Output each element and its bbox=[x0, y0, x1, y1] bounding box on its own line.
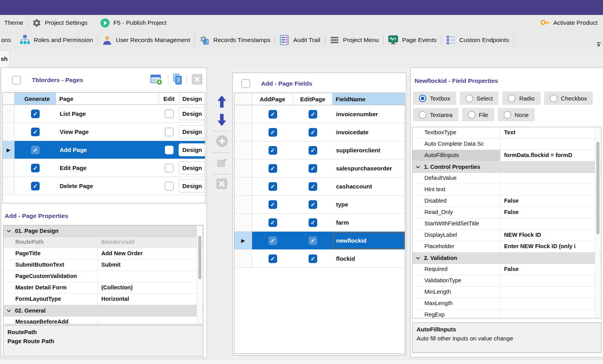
property-value[interactable] bbox=[501, 309, 601, 318]
property-row[interactable]: Hint text bbox=[413, 184, 601, 196]
property-category-row[interactable]: 02. General bbox=[4, 305, 203, 316]
radio-icon[interactable] bbox=[504, 111, 511, 119]
property-row[interactable]: PageCustomValidation bbox=[4, 271, 203, 282]
property-value[interactable]: Horizontal bbox=[98, 294, 203, 305]
field-name-cell[interactable]: flockid bbox=[333, 250, 405, 267]
edit-checkbox[interactable] bbox=[165, 164, 174, 172]
property-value[interactable] bbox=[501, 139, 601, 150]
add-table-icon[interactable] bbox=[150, 73, 163, 87]
toolbar-item-audit-trail[interactable]: Audit Trail bbox=[275, 31, 325, 49]
row-header-cell[interactable] bbox=[3, 177, 15, 195]
fields-table-row[interactable]: salespurchaseorder bbox=[234, 159, 405, 177]
radio-icon[interactable] bbox=[466, 95, 473, 102]
pages-table-row[interactable]: List PageDesign bbox=[3, 105, 205, 123]
design-button[interactable]: Design bbox=[179, 161, 206, 174]
property-row[interactable]: PageTitleAdd New Order bbox=[4, 248, 203, 260]
addpage-checkbox[interactable] bbox=[269, 200, 277, 209]
property-row[interactable]: RequiredFalse bbox=[413, 264, 601, 275]
property-row[interactable]: ValidationType bbox=[413, 275, 601, 287]
scrollbar[interactable] bbox=[197, 226, 203, 324]
chevron-down-icon[interactable] bbox=[415, 256, 420, 261]
chevron-down-icon[interactable] bbox=[6, 229, 11, 234]
delete-icon-disabled[interactable] bbox=[191, 73, 203, 87]
scrollbar[interactable] bbox=[595, 128, 601, 318]
property-row[interactable]: StartWithFieldSetTitle bbox=[413, 218, 601, 230]
scrollbar-thumb[interactable] bbox=[596, 142, 599, 234]
property-value[interactable]: NEW Flock ID bbox=[501, 230, 601, 241]
property-row[interactable]: Auto Complete Data Sc bbox=[413, 139, 601, 150]
property-value[interactable]: tblorders/add bbox=[98, 237, 203, 248]
property-row[interactable]: RegExp bbox=[413, 309, 601, 318]
toolbar-item-project-settings[interactable]: Project Settings bbox=[28, 15, 92, 31]
edit-checkbox[interactable] bbox=[165, 110, 174, 118]
editpage-checkbox[interactable] bbox=[309, 254, 317, 263]
control-type-file[interactable]: File bbox=[462, 108, 494, 121]
addpage-checkbox[interactable] bbox=[269, 164, 277, 173]
property-row[interactable]: DefaultValue bbox=[413, 173, 601, 184]
property-value[interactable] bbox=[501, 287, 601, 298]
property-row[interactable]: PlaceholderEnter NEW Flock ID (only i bbox=[413, 241, 601, 252]
design-button[interactable]: Design bbox=[179, 107, 206, 120]
fields-table-row[interactable]: invoicenumber bbox=[234, 105, 405, 123]
toolbar-overflow-button[interactable] bbox=[596, 42, 602, 48]
pages-table-row[interactable]: Delete PageDesign bbox=[3, 177, 205, 195]
control-type-none[interactable]: None bbox=[498, 108, 535, 121]
addpage-checkbox[interactable] bbox=[269, 236, 277, 245]
editpage-checkbox[interactable] bbox=[309, 236, 317, 245]
row-header-cell[interactable] bbox=[234, 177, 252, 195]
radio-icon[interactable] bbox=[550, 95, 557, 102]
property-row[interactable]: RoutePathtblorders/add bbox=[4, 237, 203, 248]
row-header-cell[interactable] bbox=[234, 141, 252, 159]
field-name-cell[interactable]: farm bbox=[333, 214, 405, 231]
pages-table-row[interactable]: Edit PageDesign bbox=[3, 159, 205, 177]
property-value[interactable] bbox=[98, 316, 203, 324]
page-name-cell[interactable]: List Page bbox=[56, 105, 159, 123]
fields-table-row[interactable]: cashaccount bbox=[234, 177, 405, 196]
scrollbar-thumb[interactable] bbox=[198, 236, 201, 279]
property-value[interactable] bbox=[501, 218, 601, 229]
fields-table-row[interactable]: ▶newflockid bbox=[234, 232, 405, 250]
property-value[interactable] bbox=[501, 298, 601, 309]
addpage-checkbox[interactable] bbox=[269, 182, 277, 191]
property-value[interactable]: Add New Order bbox=[98, 248, 203, 259]
row-header-cell[interactable] bbox=[234, 196, 252, 213]
pages-table-row[interactable]: ▶Add PageDesign bbox=[3, 141, 205, 159]
property-value[interactable]: False bbox=[501, 207, 601, 218]
fields-table-row[interactable]: supplierorclient bbox=[234, 141, 405, 159]
design-button[interactable]: Design bbox=[179, 125, 206, 138]
control-type-checkbox[interactable]: Checkbox bbox=[544, 91, 593, 105]
chevron-down-icon[interactable] bbox=[6, 308, 11, 313]
fields-panel-checkbox[interactable] bbox=[241, 79, 250, 88]
addpage-checkbox[interactable] bbox=[269, 110, 277, 119]
copy-icon[interactable] bbox=[172, 73, 184, 87]
row-header-cell[interactable] bbox=[3, 105, 15, 123]
editpage-checkbox[interactable] bbox=[309, 182, 317, 191]
property-row[interactable]: Master Detail Form(Collection) bbox=[4, 282, 203, 294]
page-name-cell[interactable]: View Page bbox=[56, 123, 159, 141]
fields-table-row[interactable]: invoicedate bbox=[234, 123, 405, 141]
control-type-select[interactable]: Select bbox=[460, 91, 499, 105]
edit-icon-disabled[interactable] bbox=[214, 156, 229, 169]
row-header-cell[interactable] bbox=[234, 105, 252, 123]
property-value[interactable]: (Collection) bbox=[98, 282, 203, 293]
fields-table-row[interactable]: flockid bbox=[234, 250, 405, 268]
property-category-row[interactable]: 01. Page Design bbox=[4, 225, 203, 237]
page-name-cell[interactable]: Edit Page bbox=[56, 159, 159, 177]
fields-table-row[interactable]: farm bbox=[234, 214, 405, 232]
row-header-cell[interactable] bbox=[234, 159, 252, 177]
property-value[interactable]: Enter NEW Flock ID (only i bbox=[501, 241, 601, 252]
property-row[interactable]: TextboxTypeText bbox=[413, 127, 601, 139]
property-category-row[interactable]: 2. Validation bbox=[413, 252, 601, 264]
toolbar-item-user-records[interactable]: User Records Management bbox=[98, 31, 195, 49]
pages-table-row[interactable]: View PageDesign bbox=[3, 123, 205, 141]
design-button[interactable]: Design bbox=[179, 143, 206, 156]
property-value[interactable]: Text bbox=[501, 127, 601, 138]
property-row[interactable]: MessageBeforeAdd bbox=[4, 316, 203, 324]
editpage-checkbox[interactable] bbox=[309, 110, 317, 119]
property-value[interactable]: False bbox=[501, 196, 601, 207]
row-header-cell[interactable]: ▶ bbox=[234, 232, 252, 249]
chevron-down-icon[interactable] bbox=[415, 165, 420, 170]
row-header-cell[interactable] bbox=[234, 214, 252, 231]
control-type-textarea[interactable]: Textarea bbox=[413, 108, 459, 121]
generate-checkbox[interactable] bbox=[31, 146, 40, 154]
